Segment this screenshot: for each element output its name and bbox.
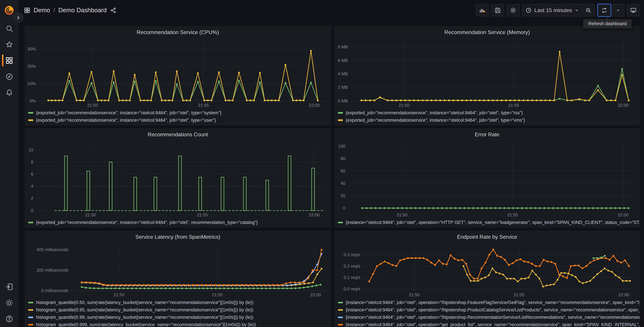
legend-item[interactable]: {instance="otelcol:9464", job="otel", op… [338,321,640,327]
svg-text:400 milliseconds: 400 milliseconds [36,248,68,252]
breadcrumb: Demo / Demo Dashboard [24,7,116,14]
svg-text:22:00: 22:00 [310,292,321,297]
legend-item[interactable]: {exported_job="recommendationservice", i… [28,116,330,124]
legend-swatch [28,309,33,311]
svg-text:0: 0 [343,206,345,210]
sidebar-item-alerting[interactable] [0,84,18,100]
panel-header-error-rate[interactable]: Error Rate [334,129,640,140]
legend-item[interactable]: histogram_quantile(0.999, sum(rate(laten… [28,321,330,327]
help-icon [5,315,14,323]
endpoint-rate-chart[interactable]: 21:5021:5522:000.0 req/s0.1 req/s0.2 req… [334,242,639,298]
panel-title: Recommendation Service (CPU%) [137,29,219,36]
legend-swatch [338,309,343,311]
svg-text:6: 6 [31,172,33,176]
sidebar-item-search[interactable] [0,20,18,36]
svg-text:8: 8 [31,160,33,164]
svg-text:0: 0 [31,208,33,213]
svg-text:22:00: 22:00 [618,103,628,108]
svg-text:21:55: 21:55 [198,103,209,108]
panel-header-endpoint-rate[interactable]: Endpoint Rate by Service [334,231,640,242]
panel-title: Service Latency (from SpanMetrics) [136,234,220,240]
panel-header-service-latency[interactable]: Service Latency (from SpanMetrics) [25,231,331,242]
panel-title: Endpoint Rate by Service [457,234,517,240]
dashboards-grid-icon [5,56,14,65]
legend-swatch [338,324,343,326]
sidebar-item-dashboards[interactable] [0,52,18,68]
sidebar-item-help[interactable] [0,311,18,327]
gear-icon [510,7,516,14]
time-range-label: Last 15 minutes [534,7,572,14]
breadcrumb-section[interactable]: Demo [34,7,50,14]
legend-item[interactable]: {instance="otelcol:9464", job="otel", op… [338,306,640,314]
svg-text:0 MB: 0 MB [338,98,348,103]
refresh-icon [601,7,608,14]
panel-service-latency: Service Latency (from SpanMetrics)21:502… [25,231,331,327]
legend-swatch [338,119,343,121]
chevron-down-icon [616,8,620,12]
legend-label: {exported_job="recommendationservice", i… [36,110,222,116]
svg-text:40: 40 [341,181,346,186]
save-dashboard-button[interactable] [491,4,504,16]
panel-grid: Recommendation Service (CPU%)21:5021:552… [25,26,640,327]
svg-text:80: 80 [341,156,346,161]
refresh-interval-dropdown[interactable] [612,4,624,16]
panel-header-cpu[interactable]: Recommendation Service (CPU%) [25,27,331,38]
legend-swatch [28,316,33,318]
cpu-chart[interactable]: 21:5021:5522:000%10%20%30% [25,38,330,108]
svg-text:0 milliseconds: 0 milliseconds [41,288,68,293]
svg-text:22:00: 22:00 [309,103,320,108]
legend-label: {instance="otelcol:9464", job="otel", op… [346,300,640,305]
legend-swatch [338,316,343,318]
service-latency-chart[interactable]: 21:5021:5522:000 milliseconds200 millise… [25,242,330,298]
sidebar-item-explore[interactable] [0,69,18,84]
legend-item[interactable]: {exported_job="recommendationservice", i… [28,109,330,116]
legend-item[interactable]: {exported_job="recommendationservice", i… [338,109,640,116]
memory-chart[interactable]: 21:5021:5522:000 MB2 MB4 MB6 MB8 MB [334,38,639,108]
panel-header-memory[interactable]: Recommendation Service (Memory) [334,27,640,38]
toolbar: Last 15 minutes [476,4,640,17]
refresh-group [597,4,624,17]
sidebar-expand-button[interactable] [14,13,24,23]
panel-legend: {exported_job="recommendationservice", i… [25,218,331,226]
panel-endpoint-rate: Endpoint Rate by Service21:5021:5522:000… [334,231,640,327]
panel-legend: histogram_quantile(0.50, sum(rate(latenc… [25,298,331,327]
add-panel-icon [479,7,486,14]
legend-item[interactable]: histogram_quantile(0.50, sum(rate(latenc… [28,299,330,306]
sidebar-item-configuration[interactable] [0,295,18,311]
breadcrumb-page[interactable]: Demo Dashboard [58,7,107,14]
svg-text:21:50: 21:50 [399,103,410,108]
error-rate-chart[interactable]: 21:5021:5522:00020406080100 [334,140,639,218]
compass-icon [5,72,14,81]
svg-text:22:00: 22:00 [618,212,628,217]
dashboard-settings-button[interactable] [507,4,520,16]
zoom-out-button[interactable] [582,4,595,16]
refresh-dashboard-button[interactable] [597,4,611,17]
legend-label: histogram_quantile(0.99, sum(rate(latenc… [36,315,253,320]
add-panel-button[interactable] [476,4,489,16]
svg-text:21:50: 21:50 [409,292,420,297]
svg-text:10: 10 [28,148,34,152]
svg-text:30%: 30% [27,47,36,51]
legend-item[interactable]: {exported_job="recommendationservice", i… [338,116,640,124]
clock-icon [525,7,532,14]
panel-header-recommendations-count[interactable]: Recommendations Count [25,129,331,140]
sidebar-item-sign-in[interactable] [0,279,18,295]
cycle-view-mode-button[interactable] [627,4,640,16]
legend-label: {exported_job="recommendationservice", i… [346,110,523,116]
legend-item[interactable]: {exported_job="recommendationservice", i… [28,219,330,226]
legend-item[interactable]: histogram_quantile(0.95, sum(rate(latenc… [28,306,330,314]
legend-item[interactable]: {instance="otelcol:9464", job="otel", op… [338,299,640,306]
time-range-picker[interactable]: Last 15 minutes [522,4,582,16]
share-icon[interactable] [110,7,116,14]
panel-cpu: Recommendation Service (CPU%)21:5021:552… [25,26,331,126]
sidebar [0,0,18,327]
tv-icon [630,7,636,14]
gear-icon [5,299,14,307]
legend-item[interactable]: {instance="otelcol:9464", job="otel", op… [338,219,640,226]
legend-item[interactable]: {instance="otelcol:9464", job="otel", op… [338,314,640,321]
chevron-down-icon [574,8,579,12]
recommendations-count-chart[interactable]: 21:5021:5522:000246810 [25,140,330,218]
svg-text:2 MB: 2 MB [338,85,348,90]
legend-item[interactable]: histogram_quantile(0.99, sum(rate(latenc… [28,314,330,321]
sidebar-item-starred[interactable] [0,36,18,52]
